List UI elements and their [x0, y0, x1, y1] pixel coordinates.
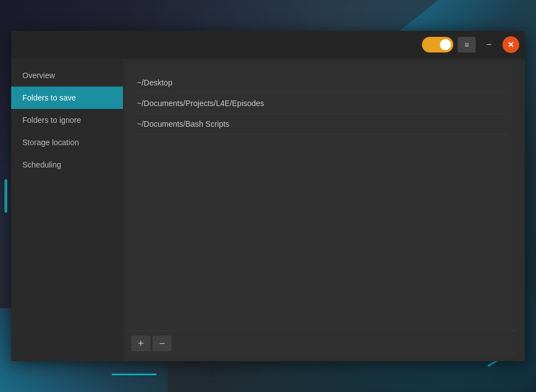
add-folder-button[interactable]: + — [131, 336, 150, 351]
sidebar-item-overview-label: Overview — [22, 71, 55, 80]
folder-item-0[interactable]: ~/Desktop — [134, 73, 508, 93]
close-button[interactable]: ✕ — [502, 36, 519, 53]
close-icon: ✕ — [507, 40, 514, 49]
minimize-button[interactable]: − — [480, 37, 498, 52]
folder-path-0: ~/Desktop — [137, 78, 172, 87]
sidebar-item-scheduling-label: Scheduling — [22, 160, 61, 169]
app-window: ≡ − ✕ Overview Folders to save Folders t… — [11, 31, 525, 361]
sidebar: Overview Folders to save Folders to igno… — [11, 59, 123, 361]
folder-path-1: ~/Documents/Projects/L4E/Episodes — [137, 99, 264, 108]
folder-item-2[interactable]: ~/Documents/Bash Scripts — [134, 114, 508, 135]
sidebar-item-storage-location-label: Storage location — [22, 138, 79, 147]
deco-line-1 — [112, 374, 156, 375]
sidebar-item-folders-to-save[interactable]: Folders to save — [11, 87, 123, 109]
folder-item-1[interactable]: ~/Documents/Projects/L4E/Episodes — [134, 93, 508, 114]
sidebar-item-folders-to-ignore-label: Folders to ignore — [22, 116, 81, 125]
folder-path-2: ~/Documents/Bash Scripts — [137, 119, 229, 128]
content-area: Overview Folders to save Folders to igno… — [11, 59, 525, 361]
sidebar-item-overview[interactable]: Overview — [11, 64, 123, 87]
add-icon: + — [138, 338, 144, 348]
menu-button[interactable]: ≡ — [458, 37, 476, 52]
sidebar-item-scheduling[interactable]: Scheduling — [11, 154, 123, 176]
sidebar-item-folders-to-ignore[interactable]: Folders to ignore — [11, 109, 123, 131]
menu-icon: ≡ — [464, 40, 469, 49]
toggle-knob — [440, 39, 451, 50]
folders-list: ~/Desktop ~/Documents/Projects/L4E/Episo… — [126, 64, 516, 331]
toggle-switch[interactable] — [422, 37, 453, 52]
sidebar-scrollbar — [4, 179, 7, 213]
remove-folder-button[interactable]: − — [153, 336, 172, 351]
main-panel: ~/Desktop ~/Documents/Projects/L4E/Episo… — [126, 64, 516, 356]
remove-icon: − — [159, 338, 165, 348]
bottom-toolbar: + − — [126, 331, 516, 356]
sidebar-item-storage-location[interactable]: Storage location — [11, 131, 123, 154]
minimize-icon: − — [486, 40, 491, 50]
title-bar: ≡ − ✕ — [11, 31, 525, 59]
sidebar-item-folders-to-save-label: Folders to save — [22, 93, 76, 102]
